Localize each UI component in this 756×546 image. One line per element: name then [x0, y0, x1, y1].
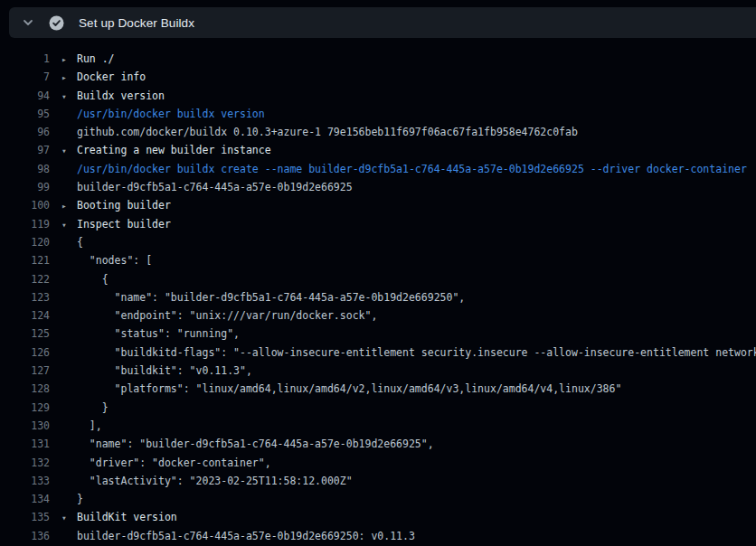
- log-line: 100▸Booting builder: [0, 196, 756, 214]
- triangle-down-icon[interactable]: ▾: [61, 509, 72, 526]
- line-number-link[interactable]: 96: [0, 123, 50, 141]
- log-group-header[interactable]: ▸Booting builder: [61, 196, 171, 214]
- log-group-label: Run ./: [77, 52, 115, 65]
- line-number-link[interactable]: 133: [0, 472, 50, 490]
- log-line: 97▾Creating a new builder instance: [0, 141, 756, 159]
- log-line: 132 "driver": "docker-container",: [0, 454, 756, 472]
- triangle-right-icon[interactable]: ▸: [61, 69, 72, 86]
- log-output-text: {: [61, 270, 109, 288]
- line-number-link[interactable]: 128: [0, 380, 50, 398]
- log-output-text: "nodes": [: [61, 251, 152, 269]
- triangle-down-icon[interactable]: ▾: [61, 88, 72, 105]
- triangle-right-icon[interactable]: ▸: [61, 197, 72, 214]
- log-line: 122 {: [0, 270, 756, 288]
- log-output-text: }: [61, 490, 83, 508]
- log-group-header[interactable]: ▸Run ./: [61, 50, 115, 68]
- line-number-link[interactable]: 136: [0, 527, 50, 545]
- log-line: 134}: [0, 490, 756, 508]
- line-number-link[interactable]: 126: [0, 344, 50, 362]
- log-line: 128 "platforms": "linux/amd64,linux/amd6…: [0, 380, 756, 398]
- log-group-label: Docker info: [77, 71, 146, 83]
- log-line: 133 "lastActivity": "2023-02-25T11:58:12…: [0, 472, 756, 490]
- log-output-text: "endpoint": "unix:///var/run/docker.sock…: [61, 306, 377, 325]
- log-group-label: Buildx version: [77, 89, 165, 102]
- log-line: 129 }: [0, 399, 756, 417]
- line-number-link[interactable]: 122: [0, 270, 50, 288]
- log-output-text: "buildkitd-flags": "--allow-insecure-ent…: [61, 344, 756, 362]
- line-number-link[interactable]: 7: [0, 68, 50, 86]
- line-number-link[interactable]: 130: [0, 417, 50, 435]
- log-output-text: {: [61, 233, 83, 251]
- log-group-header[interactable]: ▾BuildKit version: [61, 508, 177, 526]
- log-line: 130 ],: [0, 417, 756, 435]
- line-number-link[interactable]: 100: [0, 196, 50, 214]
- log-group-label: Inspect builder: [77, 218, 171, 231]
- line-number-link[interactable]: 124: [0, 306, 50, 325]
- line-number-link[interactable]: 98: [0, 160, 50, 178]
- line-number-link[interactable]: 95: [0, 105, 50, 123]
- line-number-link[interactable]: 129: [0, 399, 50, 417]
- log-line: 120{: [0, 233, 756, 251]
- log-group-header[interactable]: ▾Buildx version: [61, 87, 165, 105]
- log-output-text: builder-d9cfb5a1-c764-445a-a57e-0b19d2e6…: [61, 527, 415, 545]
- line-number-link[interactable]: 135: [0, 508, 50, 526]
- chevron-down-icon[interactable]: [21, 15, 35, 30]
- line-number-link[interactable]: 134: [0, 490, 50, 508]
- log-line: 7▸Docker info: [0, 68, 756, 86]
- line-number-link[interactable]: 125: [0, 325, 50, 343]
- log-line: 98/usr/bin/docker buildx create --name b…: [0, 160, 756, 178]
- line-number-link[interactable]: 97: [0, 141, 50, 159]
- log-group-header[interactable]: ▾Creating a new builder instance: [61, 141, 271, 159]
- log-line: 99builder-d9cfb5a1-c764-445a-a57e-0b19d2…: [0, 178, 756, 196]
- log-group-header[interactable]: ▸Docker info: [61, 68, 146, 86]
- line-number-link[interactable]: 132: [0, 454, 50, 472]
- log-output-text: "lastActivity": "2023-02-25T11:58:12.000…: [61, 472, 353, 490]
- log-command-text: /usr/bin/docker buildx version: [61, 105, 265, 123]
- log-output-text: "name": "builder-d9cfb5a1-c764-445a-a57e…: [61, 435, 434, 453]
- log-output-text: github.com/docker/buildx 0.10.3+azure-1 …: [61, 123, 578, 141]
- log-output-text: "status": "running",: [61, 325, 240, 343]
- log-line: 127 "buildkit": "v0.11.3",: [0, 362, 756, 380]
- log-group-label: Creating a new builder instance: [77, 144, 271, 156]
- triangle-down-icon[interactable]: ▾: [61, 142, 72, 159]
- log-group-header[interactable]: ▾Inspect builder: [61, 215, 171, 233]
- log-line: 121 "nodes": [: [0, 251, 756, 269]
- line-number-link[interactable]: 127: [0, 362, 50, 380]
- line-number-link[interactable]: 120: [0, 233, 50, 251]
- log-group-label: Booting builder: [77, 199, 171, 212]
- log-line: 94▾Buildx version: [0, 87, 756, 105]
- log-line: 135▾BuildKit version: [0, 508, 756, 526]
- line-number-link[interactable]: 131: [0, 435, 50, 453]
- log-line: 95/usr/bin/docker buildx version: [0, 105, 756, 123]
- log-output-text: "platforms": "linux/amd64,linux/amd64/v2…: [61, 380, 621, 398]
- log-output-text: "driver": "docker-container",: [61, 454, 271, 472]
- log-output-text: "buildkit": "v0.11.3",: [61, 362, 252, 380]
- check-circle-icon: [49, 15, 64, 31]
- log-line: 96github.com/docker/buildx 0.10.3+azure-…: [0, 123, 756, 141]
- log-group-label: BuildKit version: [77, 511, 177, 523]
- step-header[interactable]: Set up Docker Buildx: [9, 7, 756, 38]
- log-output-text: ],: [61, 417, 102, 435]
- log-line: 124 "endpoint": "unix:///var/run/docker.…: [0, 306, 756, 325]
- line-number-link[interactable]: 121: [0, 251, 50, 269]
- log-output-text: "name": "builder-d9cfb5a1-c764-445a-a57e…: [61, 288, 465, 306]
- triangle-right-icon[interactable]: ▸: [61, 51, 72, 68]
- log-line: 136builder-d9cfb5a1-c764-445a-a57e-0b19d…: [0, 527, 756, 545]
- line-number-link[interactable]: 123: [0, 288, 50, 306]
- log-line: 125 "status": "running",: [0, 325, 756, 343]
- line-number-link[interactable]: 99: [0, 178, 50, 196]
- log-line: 126 "buildkitd-flags": "--allow-insecure…: [0, 344, 756, 362]
- log-line: 123 "name": "builder-d9cfb5a1-c764-445a-…: [0, 288, 756, 306]
- log-command-text: /usr/bin/docker buildx create --name bui…: [61, 160, 747, 178]
- line-number-link[interactable]: 94: [0, 87, 50, 105]
- log-line: 119▾Inspect builder: [0, 215, 756, 233]
- log-viewer: 1▸Run ./7▸Docker info94▾Buildx version95…: [0, 50, 756, 545]
- log-line: 131 "name": "builder-d9cfb5a1-c764-445a-…: [0, 435, 756, 453]
- log-line: 1▸Run ./: [0, 50, 756, 68]
- line-number-link[interactable]: 119: [0, 215, 50, 233]
- log-output-text: builder-d9cfb5a1-c764-445a-a57e-0b19d2e6…: [61, 178, 353, 196]
- line-number-link[interactable]: 1: [0, 50, 50, 68]
- step-title: Set up Docker Buildx: [79, 16, 194, 30]
- log-output-text: }: [61, 399, 109, 417]
- triangle-down-icon[interactable]: ▾: [61, 216, 72, 233]
